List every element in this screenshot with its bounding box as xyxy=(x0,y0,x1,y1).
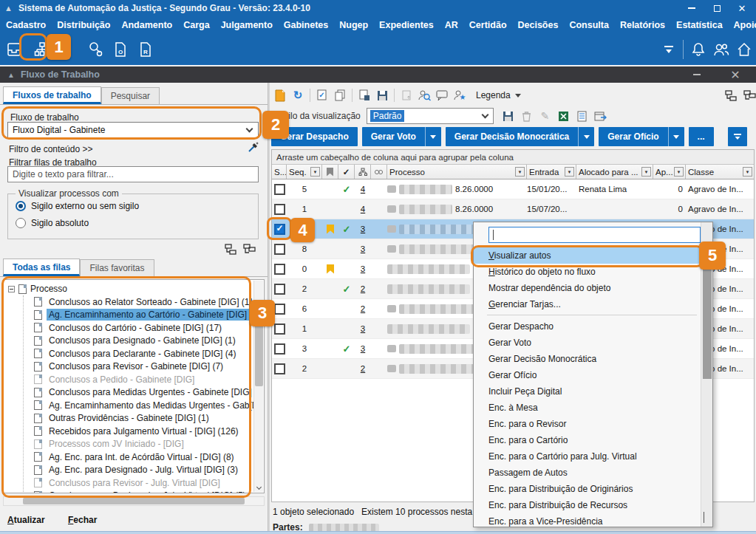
links-count[interactable]: 2 xyxy=(361,304,365,313)
users-icon[interactable] xyxy=(713,42,729,57)
tab-filas-favoritas[interactable]: Filas favoritas xyxy=(80,259,154,276)
dropdown-arrow-icon[interactable] xyxy=(578,127,594,146)
context-menu-item[interactable]: Gerar Ofício xyxy=(474,367,701,383)
row-checkbox[interactable] xyxy=(274,324,285,335)
user-search-icon[interactable] xyxy=(86,38,105,61)
legenda-dropdown[interactable]: Legenda xyxy=(476,90,521,100)
tab-pesquisar[interactable]: Pesquisar xyxy=(101,87,160,104)
tree-item[interactable]: Conclusos para Designado - Gabinete [DIG… xyxy=(24,335,264,348)
row-checkbox[interactable] xyxy=(274,343,285,355)
row-checkbox[interactable] xyxy=(274,363,285,374)
queue-filter-input[interactable]: Digite o texto para filtrar... xyxy=(7,166,259,182)
tree-item[interactable]: Conclusos para Declarante - Gabinete [DI… xyxy=(24,347,264,360)
context-menu-item[interactable]: Incluir Peça Digital xyxy=(474,383,701,400)
menu-item[interactable]: Decisões xyxy=(518,20,559,30)
column-processo[interactable]: Processo▼ xyxy=(387,165,527,179)
tree-item[interactable]: Conclusos a Pedido - Gabinete [DIG] xyxy=(24,373,264,386)
column-aponta[interactable]: Ap...▼ xyxy=(653,165,686,179)
context-menu-item[interactable]: Gerenciar Tarjas... xyxy=(474,296,701,312)
tree-item[interactable]: Conclusos para Designado - Julg. Virtual… xyxy=(24,490,264,494)
column-alocado[interactable]: Alocado para ...▼ xyxy=(576,165,653,179)
column-links[interactable] xyxy=(355,165,371,179)
menu-item[interactable]: Carga xyxy=(183,20,209,30)
filter-button[interactable]: ▼ xyxy=(641,167,651,177)
tree-item[interactable]: Conclusos do Cartório - Gabinete [DIG] (… xyxy=(24,321,264,335)
radio-sigilo-externo[interactable]: Sigilo externo ou sem sigilo xyxy=(16,201,258,211)
column-classe[interactable]: Classe▼ xyxy=(686,165,754,179)
atualizar-button[interactable]: Atualizar xyxy=(7,515,45,525)
scroll-down-icon[interactable] xyxy=(256,484,262,490)
notifications-icon[interactable] xyxy=(691,42,706,57)
flow-select[interactable]: Fluxo Digital - Gabinete xyxy=(7,122,259,138)
context-menu-item[interactable]: Passagem de Autos xyxy=(474,465,701,481)
links-count[interactable]: 4 xyxy=(361,205,365,213)
menu-item[interactable]: Certidão xyxy=(469,20,507,30)
column-entrada[interactable]: Entrada▼ xyxy=(527,165,576,179)
context-menu-item[interactable]: Mostrar dependência do objeto xyxy=(474,280,701,296)
collapse-tree-icon[interactable] xyxy=(225,244,237,255)
tree-item[interactable]: Ag. Enc. para Designado - Julg. Virtual … xyxy=(24,464,264,477)
context-menu-item[interactable]: Gerar Despacho xyxy=(474,318,701,335)
tree-item[interactable]: Ag. Encaminhamento das Medidas Urgentes … xyxy=(24,399,264,412)
context-menu-item[interactable]: Enc. para o Cartório para Julg. Virtual xyxy=(474,448,701,465)
filter-button[interactable]: ▼ xyxy=(674,167,684,177)
document-r-icon[interactable]: R xyxy=(136,38,155,61)
context-menu-search-input[interactable] xyxy=(488,227,701,243)
person-star-icon[interactable]: ★ xyxy=(452,88,467,103)
links-count[interactable]: 3 xyxy=(361,344,365,353)
inner-minimize-button[interactable] xyxy=(682,66,712,83)
groupby-bar[interactable]: Arraste um cabeçalho de coluna aqui para… xyxy=(272,150,754,165)
radio-sigilo-absoluto[interactable]: Sigilo absoluto xyxy=(16,218,258,228)
menu-item[interactable]: Relatórios xyxy=(620,20,665,30)
row-checkbox[interactable] xyxy=(274,284,285,295)
tree-item[interactable]: Conclusos ao Relator Sorteado - Gabinete… xyxy=(24,295,264,309)
context-menu-item[interactable]: Enc. para o Cartório xyxy=(474,432,701,448)
column-seq[interactable]: Seq.▼ xyxy=(287,165,322,179)
context-menu-item[interactable]: Visualizar autos xyxy=(474,247,701,264)
action-button[interactable]: Gerar Voto xyxy=(362,127,441,146)
comment-icon[interactable] xyxy=(435,88,449,103)
row-checkbox[interactable] xyxy=(274,224,285,235)
links-count[interactable]: 3 xyxy=(361,264,365,273)
refresh-icon[interactable]: ↻ xyxy=(290,88,305,103)
row-checkbox[interactable] xyxy=(274,244,285,255)
dropdown-arrow-icon[interactable] xyxy=(425,127,441,146)
scrollbar-thumb[interactable] xyxy=(255,316,263,386)
context-menu-item[interactable]: Enc. para Distribuição de Originários xyxy=(474,481,701,497)
filter-button[interactable]: ▼ xyxy=(565,167,574,177)
home-icon[interactable] xyxy=(737,42,752,57)
tree-horizontal-scrollbar[interactable] xyxy=(3,496,265,506)
action-button[interactable]: Gerar Ofício xyxy=(599,127,684,146)
archive-icon[interactable] xyxy=(4,38,24,61)
menu-item[interactable]: Julgamento xyxy=(221,20,273,30)
links-count[interactable]: 3 xyxy=(361,244,365,253)
links-count[interactable]: 3 xyxy=(361,225,365,233)
row-checkbox[interactable] xyxy=(274,264,285,275)
tree-root-processo[interactable]: Processo xyxy=(8,282,264,295)
view-style-select[interactable]: Padrão xyxy=(367,108,494,124)
menu-item[interactable]: Expedientes xyxy=(379,20,434,30)
scrollbar-thumb[interactable] xyxy=(703,269,712,379)
row-checkbox[interactable] xyxy=(274,184,285,195)
tree-item[interactable]: Conclusos para Revisor - Julg. Virtual [… xyxy=(24,476,264,490)
tree-item[interactable]: Ag. Encaminhamento ao Cartório - Gabinet… xyxy=(24,309,264,322)
column-attachment[interactable] xyxy=(371,165,387,179)
collapse-tree-icon[interactable] xyxy=(725,90,738,101)
table-row[interactable]: 1 4 8.26.0000 15/07/20... 0 Ag xyxy=(272,199,754,219)
links-count[interactable]: 2 xyxy=(361,364,365,373)
filter-button[interactable]: ▼ xyxy=(515,167,525,177)
content-filter-link[interactable]: Filtro de conteúdo >> xyxy=(9,144,92,154)
export-window-icon[interactable] xyxy=(593,109,608,123)
filter-button[interactable]: ▼ xyxy=(743,167,752,177)
context-menu-item[interactable]: Enc. para Distribuição de Recursos xyxy=(474,497,701,513)
collapse-node-icon[interactable] xyxy=(8,286,15,292)
select-page-icon[interactable]: ✓ xyxy=(315,88,330,103)
menu-item[interactable]: Consulta xyxy=(569,20,608,30)
save-icon[interactable] xyxy=(375,88,389,103)
person-search-icon[interactable] xyxy=(417,88,432,103)
menu-item[interactable]: Nugep xyxy=(339,20,368,30)
report-icon[interactable] xyxy=(575,109,590,123)
row-checkbox[interactable] xyxy=(274,204,285,215)
filter-icon[interactable] xyxy=(662,43,675,56)
clear-filter-icon[interactable] xyxy=(247,141,259,154)
